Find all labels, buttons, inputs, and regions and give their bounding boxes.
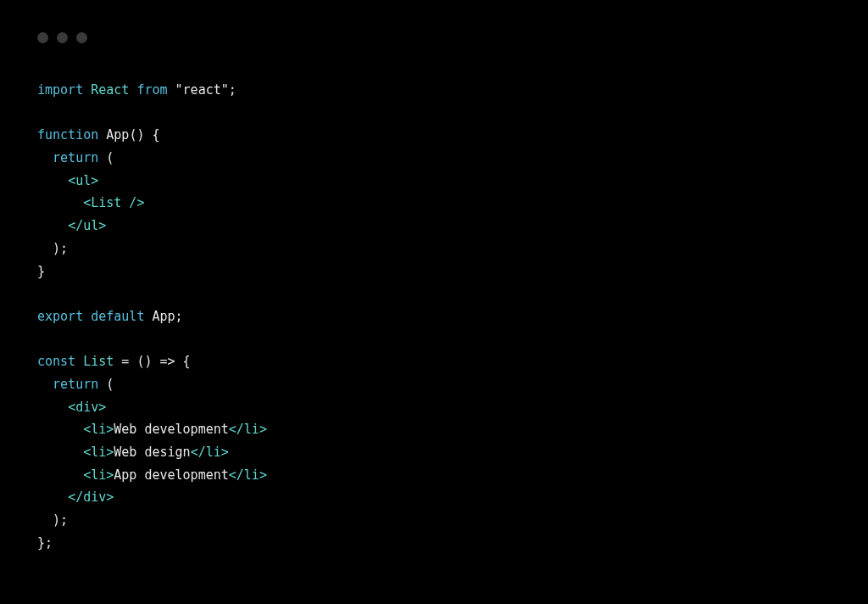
keyword-export: export — [37, 309, 83, 324]
identifier-react: React — [91, 82, 129, 98]
code-window: import React from "react"; function App(… — [0, 0, 868, 604]
keyword-return: return — [53, 150, 98, 165]
jsx-slash: / — [121, 195, 136, 210]
code-line: </ul> — [37, 218, 106, 233]
arrow-fn: () => { — [136, 354, 190, 369]
jsx-tag-div: div — [83, 489, 106, 505]
indent — [37, 512, 53, 528]
identifier-app: App — [152, 309, 175, 324]
jsx-angle: </ — [191, 445, 206, 460]
indent — [37, 173, 68, 188]
jsx-angle: </ — [68, 489, 83, 505]
code-line: ); — [37, 512, 68, 528]
jsx-tag-li: li — [206, 445, 221, 460]
jsx-tag-div: div — [75, 400, 98, 415]
jsx-text: Web development — [114, 422, 228, 437]
code-line: <li>App development</li> — [37, 467, 267, 483]
jsx-angle: </ — [229, 467, 244, 483]
jsx-angle: > — [91, 173, 98, 188]
code-line: <li>Web development</li> — [37, 422, 267, 437]
punct: } — [37, 264, 45, 279]
keyword-from: from — [136, 82, 167, 98]
indent — [37, 400, 68, 415]
code-line: return ( — [37, 377, 114, 392]
code-line: <ul> — [37, 173, 98, 188]
keyword-const: const — [37, 354, 75, 369]
keyword-return: return — [53, 377, 98, 392]
punct: ); — [53, 241, 68, 256]
indent — [37, 241, 53, 256]
jsx-text: App development — [114, 467, 228, 483]
jsx-angle: > — [259, 467, 267, 483]
indent — [37, 422, 83, 437]
indent — [37, 445, 83, 460]
punct: { — [152, 127, 159, 143]
indent — [37, 150, 53, 165]
jsx-angle: > — [98, 400, 106, 415]
close-dot[interactable] — [37, 32, 48, 43]
punct: }; — [37, 535, 53, 551]
indent — [37, 195, 83, 210]
jsx-tag-ul: ul — [83, 218, 98, 233]
punct: = — [114, 354, 136, 369]
indent — [37, 467, 83, 483]
punct: ( — [98, 377, 114, 392]
punct: ; — [175, 309, 183, 324]
code-line: }; — [37, 535, 53, 551]
code-line: export default App; — [37, 309, 183, 324]
jsx-angle: > — [221, 445, 229, 460]
indent — [37, 489, 68, 505]
code-line: <li>Web design</li> — [37, 445, 229, 460]
maximize-dot[interactable] — [76, 32, 87, 43]
jsx-angle: > — [106, 422, 114, 437]
jsx-angle: > — [106, 489, 114, 505]
jsx-angle: < — [68, 400, 75, 415]
code-line: <div> — [37, 400, 106, 415]
keyword-default: default — [91, 309, 144, 324]
indent — [37, 377, 53, 392]
jsx-angle: < — [83, 195, 91, 210]
code-line: <List /> — [37, 195, 144, 210]
code-line: </div> — [37, 489, 114, 505]
jsx-tag-li: li — [244, 422, 259, 437]
jsx-angle: </ — [229, 422, 244, 437]
jsx-angle: > — [106, 467, 114, 483]
keyword-import: import — [37, 82, 83, 98]
punct: ( — [98, 150, 114, 165]
keyword-function: function — [37, 127, 98, 143]
code-line: return ( — [37, 150, 114, 165]
code-line: const List = () => { — [37, 354, 191, 369]
punct: ; — [229, 82, 236, 98]
identifier-list: List — [83, 354, 114, 369]
jsx-tag-ul: ul — [75, 173, 91, 188]
code-line: function App() { — [37, 127, 160, 143]
punct: () — [129, 127, 144, 143]
code-line: ); — [37, 241, 68, 256]
minimize-dot[interactable] — [57, 32, 68, 43]
window-controls — [37, 32, 831, 43]
code-line: } — [37, 264, 45, 279]
jsx-tag-li: li — [91, 422, 106, 437]
identifier-app: App — [106, 127, 129, 143]
jsx-text: Web design — [114, 445, 190, 460]
jsx-angle: < — [83, 422, 91, 437]
jsx-tag-li: li — [91, 445, 106, 460]
jsx-angle: > — [106, 445, 114, 460]
jsx-angle: </ — [68, 218, 83, 233]
jsx-angle: > — [259, 422, 267, 437]
code-block: import React from "react"; function App(… — [37, 79, 831, 554]
jsx-angle: < — [83, 445, 91, 460]
code-line: import React from "react"; — [37, 82, 236, 98]
jsx-angle: > — [98, 218, 106, 233]
indent — [37, 218, 68, 233]
punct: ); — [53, 512, 68, 528]
jsx-tag-list: List — [91, 195, 121, 210]
string-literal: "react" — [175, 82, 229, 98]
jsx-angle: > — [136, 195, 144, 210]
jsx-tag-li: li — [244, 467, 259, 483]
jsx-tag-li: li — [91, 467, 106, 483]
jsx-angle: < — [68, 173, 75, 188]
jsx-angle: < — [83, 467, 91, 483]
